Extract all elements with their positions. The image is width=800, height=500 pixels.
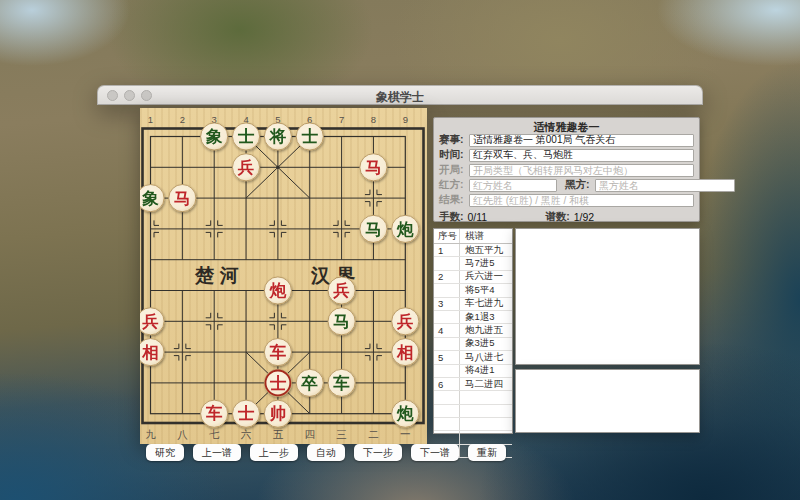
- next-step-button[interactable]: 下一步: [354, 444, 402, 461]
- move-text: 将4进1: [460, 365, 512, 377]
- window-titlebar[interactable]: 象棋学士: [97, 85, 703, 105]
- move-text: [460, 431, 512, 443]
- move-text: 炮五平九: [460, 244, 512, 256]
- move-row[interactable]: 将4进1: [434, 365, 512, 378]
- board-canvas[interactable]: 楚河汉界123456789九八七六五四三二一象士将士兵马象马马炮炮兵兵马兵相车相…: [140, 108, 427, 444]
- comment-box-top[interactable]: [515, 228, 700, 365]
- piece-green-象[interactable]: 象: [201, 123, 228, 150]
- move-list-table[interactable]: 序号 棋谱 1炮五平九马7进52兵六进一将5平43车七进九象1退34炮九进五象3…: [433, 228, 513, 434]
- move-row[interactable]: 4炮九进五: [434, 324, 512, 337]
- piece-red-炮[interactable]: 炮: [264, 277, 291, 304]
- move-row[interactable]: 象1退3: [434, 311, 512, 324]
- piece-char: 马: [365, 158, 382, 177]
- move-text: 炮九进五: [460, 324, 512, 336]
- piece-char: 马: [174, 189, 191, 208]
- file-number-bottom: 三: [336, 428, 347, 440]
- piece-char: 相: [141, 343, 159, 362]
- game-info-panel: 适情雅趣卷一 赛事: 时间: 开局: 红方: 黑方: 结果: 手数: 0/11 …: [433, 117, 700, 222]
- piece-red-帅[interactable]: 帅: [264, 400, 291, 427]
- piece-green-士[interactable]: 士: [232, 123, 259, 150]
- next-game-button[interactable]: 下一谱: [411, 444, 459, 461]
- move-row-empty: [434, 431, 512, 444]
- piece-red-兵[interactable]: 兵: [140, 308, 164, 335]
- move-row[interactable]: 2兵六进一: [434, 271, 512, 284]
- piece-char: 炮: [269, 281, 287, 300]
- piece-red-车[interactable]: 车: [201, 400, 228, 427]
- move-text: 象3进5: [460, 338, 512, 350]
- move-row[interactable]: 象3进5: [434, 338, 512, 351]
- piece-green-将[interactable]: 将: [264, 123, 291, 150]
- piece-green-士[interactable]: 士: [296, 123, 323, 150]
- move-no: 6: [434, 378, 460, 390]
- time-label: 时间:: [439, 148, 469, 162]
- piece-green-炮[interactable]: 炮: [392, 215, 419, 242]
- move-row-empty: [434, 418, 512, 431]
- file-number-top: 8: [371, 114, 376, 125]
- comment-box-bottom[interactable]: [515, 369, 700, 433]
- piece-red-士[interactable]: 士: [264, 369, 291, 396]
- piece-green-炮[interactable]: 炮: [392, 400, 419, 427]
- piece-char: 士: [302, 127, 319, 146]
- research-button[interactable]: 研究: [146, 444, 184, 461]
- xiangqi-board: 楚河汉界123456789九八七六五四三二一象士将士兵马象马马炮炮兵兵马兵相车相…: [140, 108, 427, 444]
- piece-red-士[interactable]: 士: [232, 400, 259, 427]
- move-text: 马7进5: [460, 257, 512, 269]
- move-row[interactable]: 将5平4: [434, 284, 512, 297]
- piece-char: 兵: [332, 281, 350, 300]
- prev-step-button[interactable]: 上一步: [250, 444, 298, 461]
- piece-red-相[interactable]: 相: [392, 339, 419, 366]
- red-player-input[interactable]: [469, 179, 557, 192]
- piece-red-兵[interactable]: 兵: [328, 277, 355, 304]
- move-row-empty: [434, 405, 512, 418]
- piece-red-相[interactable]: 相: [140, 339, 164, 366]
- move-row[interactable]: 1炮五平九: [434, 244, 512, 257]
- move-row[interactable]: 6马二进四: [434, 378, 512, 391]
- move-text: [460, 405, 512, 417]
- piece-red-马[interactable]: 马: [169, 185, 196, 212]
- move-text: 将5平4: [460, 284, 512, 296]
- result-input[interactable]: [469, 194, 694, 207]
- piece-green-卒[interactable]: 卒: [296, 369, 323, 396]
- time-input[interactable]: [469, 149, 694, 162]
- move-table-header: 序号 棋谱: [434, 229, 512, 244]
- move-no: [434, 405, 460, 417]
- piece-char: 士: [238, 404, 255, 423]
- move-text: 马二进四: [460, 378, 512, 390]
- opening-input[interactable]: [469, 164, 694, 177]
- file-number-bottom: 一: [400, 428, 411, 440]
- red-player-label: 红方:: [439, 178, 469, 192]
- piece-char: 炮: [396, 220, 414, 239]
- piece-green-象[interactable]: 象: [140, 185, 164, 212]
- game-count-value: 1/92: [574, 211, 594, 223]
- file-number-bottom: 七: [209, 428, 220, 440]
- collection-title: 适情雅趣卷一: [439, 120, 694, 133]
- piece-green-马[interactable]: 马: [328, 308, 355, 335]
- move-row[interactable]: 5马八进七: [434, 351, 512, 364]
- move-text: 兵六进一: [460, 271, 512, 283]
- piece-red-车[interactable]: 车: [264, 339, 291, 366]
- prev-game-button[interactable]: 上一谱: [193, 444, 241, 461]
- auto-button[interactable]: 自动: [307, 444, 345, 461]
- file-number-top: 2: [180, 114, 185, 125]
- piece-red-兵[interactable]: 兵: [232, 154, 259, 181]
- move-text: [460, 391, 512, 403]
- piece-char: 卒: [301, 374, 319, 393]
- piece-char: 炮: [396, 404, 414, 423]
- piece-char: 象: [141, 189, 159, 208]
- piece-char: 车: [269, 343, 287, 362]
- black-player-input[interactable]: [595, 179, 735, 192]
- piece-char: 车: [205, 404, 223, 423]
- move-row-empty: [434, 391, 512, 404]
- file-number-bottom: 五: [273, 428, 284, 440]
- piece-green-车[interactable]: 车: [328, 369, 355, 396]
- event-input[interactable]: [469, 134, 694, 147]
- move-row[interactable]: 马7进5: [434, 257, 512, 270]
- piece-green-马[interactable]: 马: [360, 215, 387, 242]
- toolbar: 研究 上一谱 上一步 自动 下一步 下一谱 重新: [146, 444, 506, 461]
- piece-char: 车: [332, 374, 350, 393]
- piece-red-兵[interactable]: 兵: [392, 308, 419, 335]
- move-row[interactable]: 3车七进九: [434, 298, 512, 311]
- restart-button[interactable]: 重新: [468, 444, 506, 461]
- piece-red-马[interactable]: 马: [360, 154, 387, 181]
- move-no: [434, 391, 460, 403]
